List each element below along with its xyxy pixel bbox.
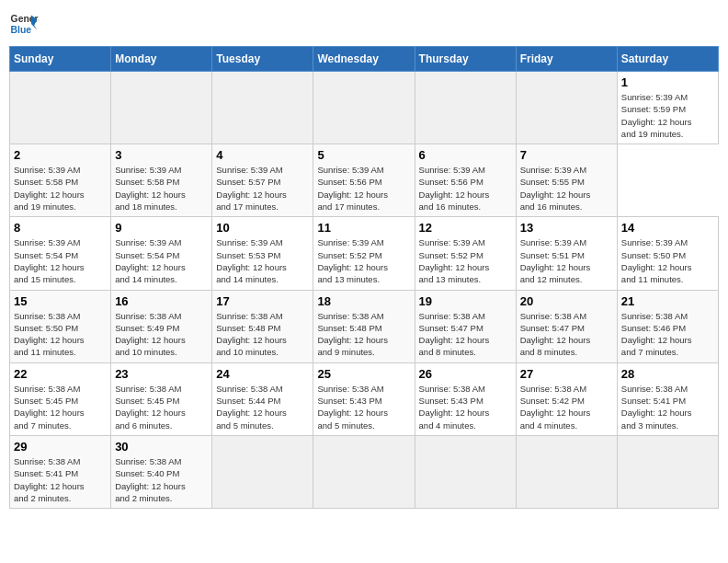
day-info: Sunrise: 5:38 AMSunset: 5:43 PMDaylight:… [317, 383, 410, 431]
calendar-week-6: 29Sunrise: 5:38 AMSunset: 5:41 PMDayligh… [10, 435, 719, 508]
day-number: 20 [520, 294, 613, 308]
calendar-cell [415, 72, 516, 144]
calendar-body: 1Sunrise: 5:39 AMSunset: 5:59 PMDaylight… [10, 72, 719, 509]
day-number: 16 [115, 294, 208, 308]
calendar-cell [617, 435, 718, 508]
calendar-cell: 27Sunrise: 5:38 AMSunset: 5:42 PMDayligh… [516, 362, 617, 435]
day-info: Sunrise: 5:38 AMSunset: 5:42 PMDaylight:… [520, 383, 613, 431]
calendar-cell: 22Sunrise: 5:38 AMSunset: 5:45 PMDayligh… [10, 362, 111, 435]
calendar-cell [10, 72, 111, 144]
calendar-cell: 28Sunrise: 5:38 AMSunset: 5:41 PMDayligh… [617, 362, 718, 435]
day-number: 25 [317, 367, 410, 381]
calendar-week-2: 2Sunrise: 5:39 AMSunset: 5:58 PMDaylight… [10, 144, 719, 217]
day-number: 28 [621, 367, 714, 381]
day-info: Sunrise: 5:38 AMSunset: 5:48 PMDaylight:… [216, 310, 309, 359]
day-info: Sunrise: 5:39 AMSunset: 5:56 PMDaylight:… [317, 164, 410, 213]
day-info: Sunrise: 5:39 AMSunset: 5:56 PMDaylight:… [419, 164, 512, 213]
calendar-cell: 14Sunrise: 5:39 AMSunset: 5:50 PMDayligh… [617, 217, 718, 290]
calendar-cell [212, 435, 313, 508]
column-header-monday: Monday [111, 47, 212, 72]
calendar-cell: 5Sunrise: 5:39 AMSunset: 5:56 PMDaylight… [313, 144, 415, 217]
calendar-week-5: 22Sunrise: 5:38 AMSunset: 5:45 PMDayligh… [10, 362, 719, 435]
day-number: 18 [317, 294, 410, 308]
calendar-cell [212, 72, 313, 144]
header: General Blue [9, 9, 719, 39]
day-info: Sunrise: 5:39 AMSunset: 5:53 PMDaylight:… [216, 236, 309, 285]
day-number: 11 [317, 221, 410, 235]
day-info: Sunrise: 5:38 AMSunset: 5:41 PMDaylight:… [621, 383, 714, 431]
day-info: Sunrise: 5:39 AMSunset: 5:52 PMDaylight:… [419, 236, 512, 285]
day-number: 29 [14, 440, 107, 454]
day-info: Sunrise: 5:38 AMSunset: 5:41 PMDaylight:… [14, 455, 107, 504]
calendar-week-4: 15Sunrise: 5:38 AMSunset: 5:50 PMDayligh… [10, 290, 719, 362]
day-number: 21 [621, 294, 714, 308]
day-info: Sunrise: 5:39 AMSunset: 5:59 PMDaylight:… [621, 91, 714, 140]
calendar-cell: 26Sunrise: 5:38 AMSunset: 5:43 PMDayligh… [415, 362, 516, 435]
day-number: 2 [14, 148, 107, 162]
day-info: Sunrise: 5:38 AMSunset: 5:49 PMDaylight:… [115, 310, 208, 359]
calendar-cell: 19Sunrise: 5:38 AMSunset: 5:47 PMDayligh… [415, 290, 516, 362]
day-info: Sunrise: 5:39 AMSunset: 5:57 PMDaylight:… [216, 164, 309, 213]
calendar-cell: 9Sunrise: 5:39 AMSunset: 5:54 PMDaylight… [111, 217, 212, 290]
day-number: 8 [14, 221, 107, 235]
calendar-cell: 20Sunrise: 5:38 AMSunset: 5:47 PMDayligh… [516, 290, 617, 362]
day-info: Sunrise: 5:38 AMSunset: 5:45 PMDaylight:… [14, 383, 107, 431]
day-info: Sunrise: 5:39 AMSunset: 5:51 PMDaylight:… [520, 236, 613, 285]
calendar-table: SundayMondayTuesdayWednesdayThursdayFrid… [9, 46, 719, 509]
calendar-week-3: 8Sunrise: 5:39 AMSunset: 5:54 PMDaylight… [10, 217, 719, 290]
day-info: Sunrise: 5:39 AMSunset: 5:58 PMDaylight:… [14, 164, 107, 213]
column-header-friday: Friday [516, 47, 617, 72]
calendar-cell: 17Sunrise: 5:38 AMSunset: 5:48 PMDayligh… [212, 290, 313, 362]
calendar-cell: 23Sunrise: 5:38 AMSunset: 5:45 PMDayligh… [111, 362, 212, 435]
calendar-cell [313, 72, 415, 144]
calendar-cell: 25Sunrise: 5:38 AMSunset: 5:43 PMDayligh… [313, 362, 415, 435]
day-number: 6 [419, 148, 512, 162]
calendar-cell: 11Sunrise: 5:39 AMSunset: 5:52 PMDayligh… [313, 217, 415, 290]
day-number: 3 [115, 148, 208, 162]
day-number: 14 [621, 221, 714, 235]
day-info: Sunrise: 5:38 AMSunset: 5:45 PMDaylight:… [115, 383, 208, 431]
day-number: 17 [216, 294, 309, 308]
day-number: 10 [216, 221, 309, 235]
svg-text:Blue: Blue [11, 25, 32, 35]
day-number: 30 [115, 440, 208, 454]
day-number: 13 [520, 221, 613, 235]
calendar-cell: 15Sunrise: 5:38 AMSunset: 5:50 PMDayligh… [10, 290, 111, 362]
calendar-cell: 16Sunrise: 5:38 AMSunset: 5:49 PMDayligh… [111, 290, 212, 362]
day-info: Sunrise: 5:39 AMSunset: 5:54 PMDaylight:… [14, 236, 107, 285]
calendar-cell: 6Sunrise: 5:39 AMSunset: 5:56 PMDaylight… [415, 144, 516, 217]
column-header-saturday: Saturday [617, 47, 718, 72]
calendar-header: SundayMondayTuesdayWednesdayThursdayFrid… [10, 47, 719, 72]
calendar-cell: 13Sunrise: 5:39 AMSunset: 5:51 PMDayligh… [516, 217, 617, 290]
column-header-wednesday: Wednesday [313, 47, 415, 72]
calendar-cell: 7Sunrise: 5:39 AMSunset: 5:55 PMDaylight… [516, 144, 617, 217]
column-header-sunday: Sunday [10, 47, 111, 72]
calendar-cell: 1Sunrise: 5:39 AMSunset: 5:59 PMDaylight… [617, 72, 718, 144]
day-info: Sunrise: 5:38 AMSunset: 5:50 PMDaylight:… [14, 310, 107, 359]
column-header-tuesday: Tuesday [212, 47, 313, 72]
calendar-cell: 18Sunrise: 5:38 AMSunset: 5:48 PMDayligh… [313, 290, 415, 362]
day-info: Sunrise: 5:38 AMSunset: 5:40 PMDaylight:… [115, 455, 208, 504]
day-number: 9 [115, 221, 208, 235]
day-info: Sunrise: 5:39 AMSunset: 5:58 PMDaylight:… [115, 164, 208, 213]
calendar-cell: 30Sunrise: 5:38 AMSunset: 5:40 PMDayligh… [111, 435, 212, 508]
day-number: 5 [317, 148, 410, 162]
calendar-cell [516, 72, 617, 144]
day-info: Sunrise: 5:39 AMSunset: 5:54 PMDaylight:… [115, 236, 208, 285]
calendar-cell [111, 72, 212, 144]
calendar-cell: 2Sunrise: 5:39 AMSunset: 5:58 PMDaylight… [10, 144, 111, 217]
day-number: 23 [115, 367, 208, 381]
calendar-cell: 3Sunrise: 5:39 AMSunset: 5:58 PMDaylight… [111, 144, 212, 217]
day-info: Sunrise: 5:38 AMSunset: 5:46 PMDaylight:… [621, 310, 714, 359]
day-info: Sunrise: 5:38 AMSunset: 5:44 PMDaylight:… [216, 383, 309, 431]
calendar-week-1: 1Sunrise: 5:39 AMSunset: 5:59 PMDaylight… [10, 72, 719, 144]
calendar-cell [313, 435, 415, 508]
day-info: Sunrise: 5:38 AMSunset: 5:43 PMDaylight:… [419, 383, 512, 431]
day-number: 22 [14, 367, 107, 381]
day-info: Sunrise: 5:39 AMSunset: 5:52 PMDaylight:… [317, 236, 410, 285]
day-number: 12 [419, 221, 512, 235]
calendar-cell [516, 435, 617, 508]
day-number: 26 [419, 367, 512, 381]
calendar-cell: 24Sunrise: 5:38 AMSunset: 5:44 PMDayligh… [212, 362, 313, 435]
day-number: 15 [14, 294, 107, 308]
